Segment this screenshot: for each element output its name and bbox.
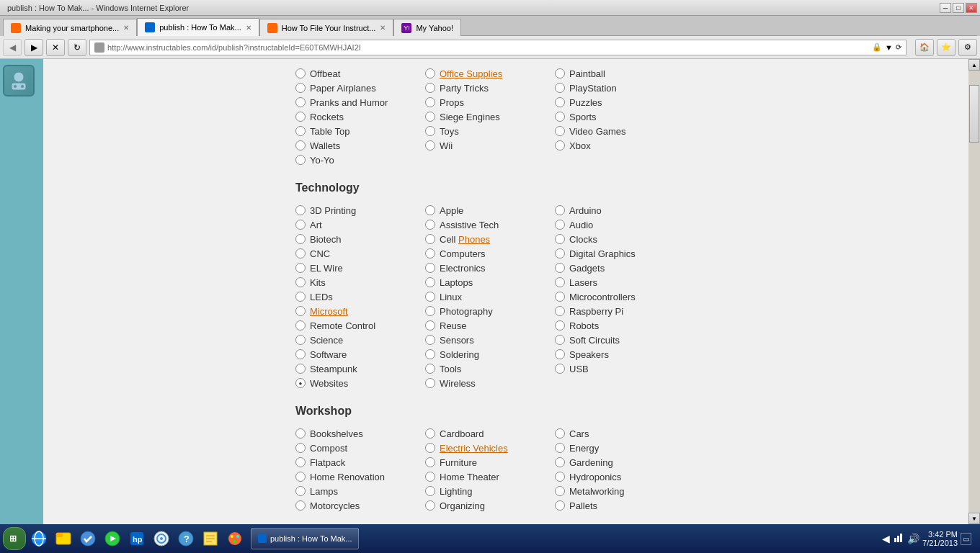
checkbox-pallets[interactable] (555, 500, 565, 511)
tools-button[interactable]: ⚙ (958, 39, 977, 56)
label-electric-vehicles[interactable]: Electric Vehicles (440, 443, 508, 454)
address-dropdown[interactable]: ▼ (885, 43, 893, 52)
tab-close-1[interactable]: ✕ (123, 24, 129, 32)
checkbox-soldering[interactable] (425, 349, 435, 359)
checkbox-home-renovation[interactable] (295, 472, 306, 482)
taskbar-help-icon[interactable]: ? (174, 527, 197, 550)
checkbox-arduino[interactable] (555, 205, 565, 215)
checkbox-websites[interactable] (295, 378, 306, 388)
tab-close-3[interactable]: ✕ (380, 24, 386, 32)
checkbox-xbox[interactable] (555, 140, 565, 150)
checkbox-kits[interactable] (295, 277, 306, 287)
checkbox-organizing[interactable] (425, 500, 435, 511)
checkbox-microcontrollers[interactable] (555, 292, 565, 302)
checkbox-home-theater[interactable] (425, 472, 435, 482)
checkbox-offbeat[interactable] (295, 68, 306, 78)
checkbox-audio[interactable] (555, 220, 565, 230)
checkbox-speakers[interactable] (555, 349, 565, 359)
checkbox-apple[interactable] (425, 205, 435, 215)
checkbox-soft-circuits[interactable] (555, 335, 565, 345)
checkbox-puzzles[interactable] (555, 97, 565, 107)
checkbox-video-games[interactable] (555, 126, 565, 136)
tab-close-2[interactable]: ✕ (246, 24, 251, 32)
scroll-up-button[interactable]: ▲ (968, 59, 980, 71)
checkbox-clocks[interactable] (555, 234, 565, 244)
checkbox-tools[interactable] (425, 364, 435, 374)
back-button[interactable]: ◀ (3, 39, 22, 56)
checkbox-art[interactable] (295, 220, 306, 230)
taskbar-ie-icon[interactable] (27, 527, 50, 550)
checkbox-wireless[interactable] (425, 378, 435, 388)
tab-making-smartphone[interactable]: Making your smartphone... ✕ (3, 19, 137, 36)
sidebar-icon-main[interactable] (3, 65, 35, 96)
scroll-thumb[interactable] (969, 85, 979, 143)
favorites-button[interactable]: ⭐ (937, 39, 956, 56)
label-office-supplies[interactable]: Office Supplies (440, 68, 502, 79)
address-bar[interactable]: http://www.instructables.com/id/publish?… (89, 40, 906, 55)
refresh-button[interactable]: ↻ (68, 39, 86, 56)
checkbox-siege-engines[interactable] (425, 112, 435, 122)
checkbox-compost[interactable] (295, 443, 306, 453)
taskbar-app-publish[interactable]: publish : How To Mak... (251, 528, 359, 549)
checkbox-3dprinting[interactable] (295, 205, 306, 215)
checkbox-photography[interactable] (425, 306, 435, 316)
checkbox-cardboard[interactable] (425, 428, 435, 439)
checkbox-electric-vehicles[interactable] (425, 443, 435, 453)
checkbox-props[interactable] (425, 97, 435, 107)
checkbox-party-tricks[interactable] (425, 83, 435, 93)
checkbox-raspberry-pi[interactable] (555, 306, 565, 316)
checkbox-linux[interactable] (425, 292, 435, 302)
checkbox-lamps[interactable] (295, 486, 306, 496)
tab-publish[interactable]: publish : How To Mak... ✕ (137, 18, 259, 36)
checkbox-remote-control[interactable] (295, 320, 306, 331)
checkbox-microsoft[interactable] (295, 306, 306, 316)
checkbox-motorcycles[interactable] (295, 500, 306, 511)
checkbox-cnc[interactable] (295, 248, 306, 258)
checkbox-software[interactable] (295, 349, 306, 359)
checkbox-leds[interactable] (295, 292, 306, 302)
close-button[interactable]: ✕ (966, 3, 977, 13)
checkbox-tabletop[interactable] (295, 126, 306, 136)
maximize-button[interactable]: □ (953, 3, 964, 13)
checkbox-laptops[interactable] (425, 277, 435, 287)
label-microsoft[interactable]: Microsoft (310, 306, 348, 317)
checkbox-steampunk[interactable] (295, 364, 306, 374)
checkbox-cars[interactable] (555, 428, 565, 439)
checkbox-office-supplies[interactable] (425, 68, 435, 78)
checkbox-energy[interactable] (555, 443, 565, 453)
checkbox-robots[interactable] (555, 320, 565, 331)
forward-button[interactable]: ▶ (24, 39, 43, 56)
tray-volume-icon[interactable]: 🔊 (907, 533, 919, 544)
checkbox-gardening[interactable] (555, 457, 565, 467)
checkbox-wii[interactable] (425, 140, 435, 150)
checkbox-metalworking[interactable] (555, 486, 565, 496)
home-button[interactable]: 🏠 (915, 39, 934, 56)
checkbox-bookshelves[interactable] (295, 428, 306, 439)
checkbox-playstation[interactable] (555, 83, 565, 93)
checkbox-furniture[interactable] (425, 457, 435, 467)
checkbox-lighting[interactable] (425, 486, 435, 496)
checkbox-cell-phones[interactable] (425, 234, 435, 244)
minimize-button[interactable]: ─ (940, 3, 951, 13)
checkbox-reuse[interactable] (425, 320, 435, 331)
checkbox-rockets[interactable] (295, 112, 306, 122)
taskbar-hp-icon[interactable]: hp (125, 527, 148, 550)
taskbar-explorer-icon[interactable] (52, 527, 75, 550)
checkbox-toys[interactable] (425, 126, 435, 136)
taskbar-paint-icon[interactable] (223, 527, 246, 550)
taskbar-sticky-icon[interactable] (199, 527, 222, 550)
tray-show-desktop-icon[interactable]: ▭ (961, 533, 971, 545)
taskbar-checkmark-icon[interactable] (76, 527, 99, 550)
tray-arrow-icon[interactable]: ◀ (882, 533, 890, 544)
checkbox-usb[interactable] (555, 364, 565, 374)
start-button[interactable]: ⊞ (3, 527, 26, 550)
checkbox-elwire[interactable] (295, 263, 306, 273)
checkbox-wallets[interactable] (295, 140, 306, 150)
checkbox-paintball[interactable] (555, 68, 565, 78)
checkbox-biotech[interactable] (295, 234, 306, 244)
stop-button[interactable]: ✕ (46, 39, 65, 56)
checkbox-lasers[interactable] (555, 277, 565, 287)
tab-how-to-file[interactable]: How To File Your Instruct... ✕ (259, 19, 394, 36)
taskbar-network-icon[interactable] (150, 527, 173, 550)
checkbox-paper-airplanes[interactable] (295, 83, 306, 93)
